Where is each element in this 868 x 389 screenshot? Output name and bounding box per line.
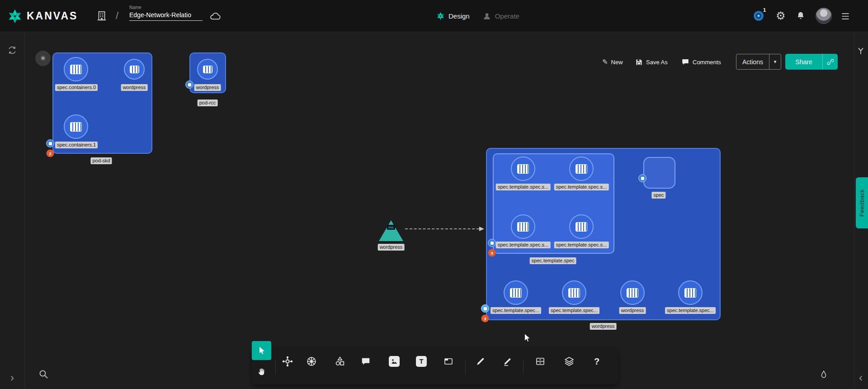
- layer5-y-icon[interactable]: [856, 47, 865, 56]
- container-icon: [576, 222, 587, 232]
- node-label: wordpress: [619, 307, 646, 314]
- service-to-deployment-edge[interactable]: [405, 228, 479, 229]
- comments-button[interactable]: Comments: [681, 56, 721, 68]
- save-as-button[interactable]: Save As: [635, 56, 668, 68]
- template-count-badge[interactable]: 3: [488, 249, 496, 257]
- share-link-icon[interactable]: [822, 54, 838, 70]
- container-icon: [517, 222, 529, 232]
- edge-arrowhead: [479, 227, 484, 231]
- mode-tabs: Design Operate: [436, 0, 519, 32]
- help-tool[interactable]: ?: [594, 356, 599, 367]
- row-node-1[interactable]: [562, 280, 586, 305]
- snowflake-button[interactable]: ✳: [35, 51, 51, 66]
- row-node-0[interactable]: [504, 280, 528, 305]
- container-icon: [510, 288, 522, 298]
- row-node-3[interactable]: [678, 280, 703, 305]
- design-name-block: Name: [129, 5, 203, 21]
- row-node-2[interactable]: [620, 280, 645, 305]
- pod-skd-kind-badge[interactable]: [46, 139, 54, 147]
- edit-tool[interactable]: [476, 356, 486, 367]
- share-button[interactable]: Share: [785, 54, 838, 70]
- left-rail: [0, 32, 25, 389]
- zoom-search-icon[interactable]: [38, 369, 49, 380]
- new-button[interactable]: ✎ New: [602, 56, 623, 68]
- container-node-wordpress[interactable]: [124, 59, 145, 80]
- user-avatar[interactable]: [816, 8, 832, 24]
- container-icon: [576, 164, 587, 174]
- collapse-right-panel-chevron[interactable]: ‹: [859, 372, 863, 383]
- container-icon: [203, 66, 212, 73]
- node-label: spec.template.spec...: [665, 307, 716, 314]
- template-node-1[interactable]: [569, 157, 594, 181]
- hamburger-menu-icon[interactable]: [840, 12, 851, 21]
- settings-gear-icon[interactable]: ⚙: [776, 9, 786, 22]
- container-icon: [568, 288, 580, 298]
- layers-tool[interactable]: [564, 356, 575, 367]
- shapes-tool[interactable]: [335, 356, 346, 367]
- ink-drop-icon[interactable]: [819, 370, 828, 379]
- actions-dropdown-caret[interactable]: ▾: [769, 54, 781, 69]
- container-node-spec-containers-1[interactable]: [64, 114, 88, 139]
- design-tab-label: Design: [448, 12, 470, 20]
- container-node-spec-containers-0[interactable]: [64, 57, 88, 81]
- header: KANVAS / Name: [0, 0, 868, 32]
- node-label: spec.containers.0: [55, 84, 98, 91]
- drawer-tool[interactable]: [535, 356, 546, 367]
- template-node-3[interactable]: [569, 214, 594, 239]
- service-kind-tag: svc: [387, 225, 395, 230]
- operate-tab-icon: [482, 12, 491, 21]
- kanvas-app: { "header": { "logo": "KANVAS", "slash":…: [0, 0, 868, 389]
- notifications-bell-icon[interactable]: [796, 11, 806, 21]
- kubernetes-helm-icon: [306, 356, 317, 367]
- node-label: spec.template.spec.s...: [554, 242, 609, 248]
- service-triangle-node[interactable]: [379, 220, 403, 241]
- actions-button[interactable]: Actions ▾: [736, 54, 781, 70]
- node-label: wordpress: [121, 84, 148, 91]
- pod-rcc-label: pod-rcc: [198, 100, 218, 106]
- feedback-label: Feedback: [859, 189, 865, 217]
- dock-divider: [465, 360, 466, 374]
- media-tool[interactable]: [389, 356, 400, 367]
- deployment-kind-badge[interactable]: [481, 304, 489, 313]
- save-icon: [635, 58, 643, 66]
- node-label: spec.template.spec...: [491, 307, 541, 314]
- dock-divider: [523, 360, 524, 374]
- pod-skd-count-badge[interactable]: 2: [47, 150, 54, 157]
- feedback-tab[interactable]: Feedback: [856, 177, 868, 228]
- spec-kind-badge[interactable]: [638, 174, 646, 182]
- deployment-count-badge[interactable]: 3: [481, 315, 489, 323]
- comments-label: Comments: [693, 59, 721, 66]
- pan-tool[interactable]: [257, 367, 266, 377]
- design-name-label: Name: [129, 5, 203, 10]
- spec-node[interactable]: [643, 157, 675, 189]
- layers-icon: [564, 356, 575, 367]
- media-icon: [389, 356, 400, 367]
- design-name-input[interactable]: [129, 10, 203, 21]
- kanvas-logo[interactable]: KANVAS: [7, 0, 78, 32]
- text-tool[interactable]: T: [416, 356, 427, 367]
- pod-skd-label: pod-skd: [90, 157, 112, 164]
- tab-design[interactable]: Design: [436, 12, 470, 20]
- pod-rcc-kind-badge[interactable]: [185, 81, 193, 89]
- template-kind-badge[interactable]: [488, 239, 496, 247]
- container-icon: [517, 164, 529, 174]
- kanvas-logo-icon: [7, 9, 23, 24]
- expand-left-panel-chevron[interactable]: ›: [10, 372, 14, 383]
- tab-operate[interactable]: Operate: [482, 12, 519, 21]
- kubernetes-tool[interactable]: [306, 356, 317, 367]
- template-node-0[interactable]: [511, 157, 535, 181]
- circuit-icon: [282, 356, 293, 367]
- components-tool[interactable]: [282, 356, 293, 367]
- sync-resources-icon[interactable]: [7, 45, 17, 55]
- organization-icon[interactable]: [96, 10, 108, 22]
- draw-tool[interactable]: [503, 356, 513, 367]
- kanvas-logo-text: KANVAS: [27, 10, 78, 22]
- template-node-2[interactable]: [511, 214, 535, 239]
- comment-tool[interactable]: [361, 356, 371, 366]
- comment-bubble-icon: [361, 356, 371, 366]
- container-node-wordpress[interactable]: [197, 59, 218, 80]
- frame-tool[interactable]: [443, 356, 454, 367]
- select-tool[interactable]: [252, 341, 271, 360]
- save-as-label: Save As: [646, 59, 668, 66]
- mouse-cursor: [522, 333, 532, 345]
